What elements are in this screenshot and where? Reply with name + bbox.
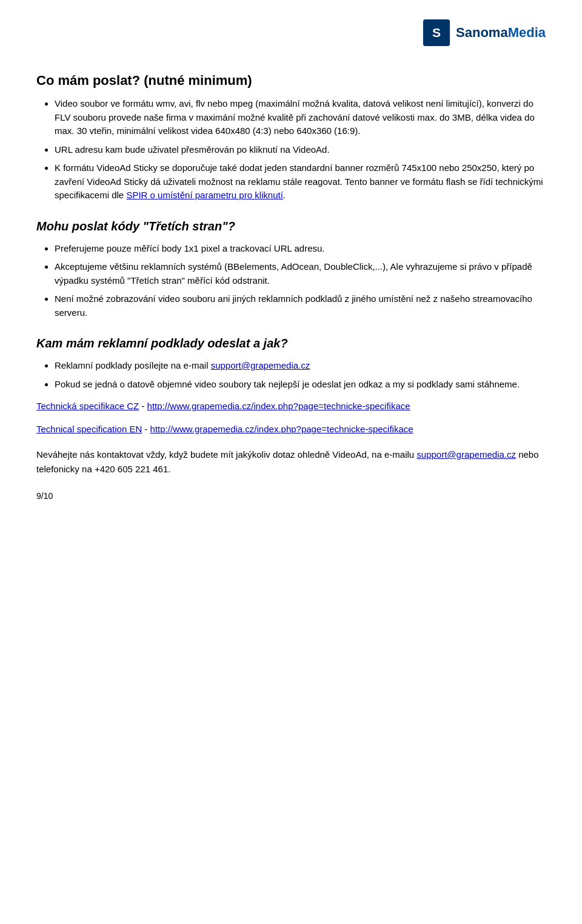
section2-bullet2: Akceptujeme většinu reklamních systémů (…: [55, 260, 546, 287]
cz-url-link[interactable]: http://www.grapemedia.cz/index.php?page=…: [147, 401, 410, 411]
main-content: Co mám poslat? (nutné minimum) Video sou…: [36, 73, 546, 477]
contact-block: Neváhejte nás kontaktovat vždy, když bud…: [36, 447, 546, 477]
section3-list: Reklamní podklady posílejte na e-mail su…: [55, 359, 546, 391]
spir-link[interactable]: SPIR o umístění parametru pro kliknutí: [126, 190, 283, 200]
contact-text-before: Neváhejte nás kontaktovat vždy, když bud…: [36, 449, 416, 460]
logo-brand-part2: Media: [508, 25, 546, 40]
svg-text:S: S: [432, 25, 441, 39]
support-email-link-1[interactable]: support@grapemedia.cz: [211, 360, 310, 370]
section2-bullet1: Preferujeme pouze měřící body 1x1 pixel …: [55, 242, 546, 256]
page-container: S SanomaMedia Co mám poslat? (nutné mini…: [0, 0, 582, 519]
logo-brand-part1: Sanoma: [456, 25, 508, 40]
section1-list: Video soubor ve formátu wmv, avi, flv ne…: [55, 97, 546, 203]
section2-heading: Mohu poslat kódy "Třetích stran"?: [36, 219, 546, 233]
support-email-link-2[interactable]: support@grapemedia.cz: [416, 449, 516, 460]
cz-link-line: Technická specifikace CZ - http://www.gr…: [36, 398, 546, 414]
en-link-line: Technical specification EN - http://www.…: [36, 421, 546, 437]
section1-bullet1: Video soubor ve formátu wmv, avi, flv ne…: [55, 97, 546, 138]
section2-list: Preferujeme pouze měřící body 1x1 pixel …: [55, 242, 546, 320]
section1-heading: Co mám poslat? (nutné minimum): [36, 73, 546, 89]
logo-area: S SanomaMedia: [422, 18, 546, 47]
section3-bullet2: Pokud se jedná o datově objemné video so…: [55, 378, 546, 392]
technical-specification-en-link[interactable]: Technical specification EN: [36, 424, 142, 434]
section1-bullet3: K formátu VideoAd Sticky se doporučuje t…: [55, 161, 546, 203]
technicka-specifikace-cz-link[interactable]: Technická specifikace CZ: [36, 401, 139, 411]
page-number: 9/10: [36, 491, 53, 501]
section3-bullet1: Reklamní podklady posílejte na e-mail su…: [55, 359, 546, 373]
sanoma-media-logo-icon: S: [422, 18, 451, 47]
logo-text: SanomaMedia: [456, 25, 546, 41]
section1-bullet2: URL adresu kam bude uživatel přesměrován…: [55, 143, 546, 157]
section3-bullet1-before: Reklamní podklady posílejte na e-mail: [55, 360, 211, 370]
en-url-link[interactable]: http://www.grapemedia.cz/index.php?page=…: [150, 424, 413, 434]
section3-heading: Kam mám reklamní podklady odeslat a jak?: [36, 336, 546, 350]
section2-bullet3: Není možné zobrazování video souboru ani…: [55, 292, 546, 320]
